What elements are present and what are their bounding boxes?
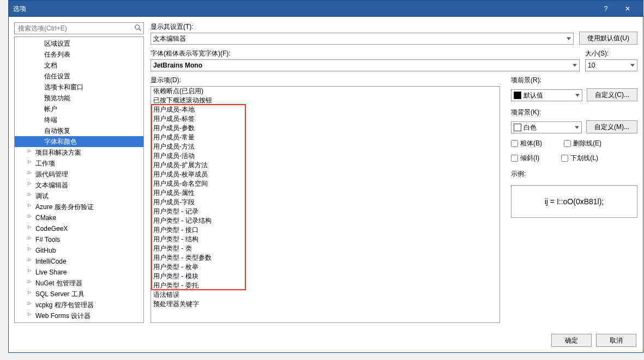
tree-item[interactable]: CMake [15,212,143,223]
tree-item[interactable]: 工作项 [15,158,143,169]
underline-check-label[interactable]: 下划线(L) [561,154,598,163]
expander-icon[interactable] [28,236,34,243]
font-select[interactable]: JetBrains Mono [151,59,580,71]
expander-icon[interactable] [28,280,34,286]
list-item[interactable]: 用户成员-属性 [151,188,499,198]
category-tree[interactable]: 区域设置任务列表文档信任设置选项卡和窗口预览功能帐户终端自动恢复字体和颜色项目和… [14,36,144,323]
tree-item-label: 帐户 [44,105,57,114]
tree-item[interactable]: 终端 [15,114,143,125]
strike-check-label[interactable]: 删除线(E) [564,139,601,148]
strike-checkbox[interactable] [564,140,571,147]
display-items-column: 显示项(D): 依赖断点(已启用)已按下概述滚动按钮用户成员-本地用户成员-标签… [151,76,500,323]
tree-item[interactable]: 信任设置 [15,71,143,82]
list-item[interactable]: 用户成员-标签 [151,114,499,124]
list-item[interactable]: 用户成员-扩展方法 [151,161,499,170]
list-item[interactable]: 已按下概述滚动按钮 [151,96,499,105]
use-defaults-button[interactable]: 使用默认值(U) [579,32,637,45]
close-icon: ✕ [625,5,630,13]
display-items-list[interactable]: 依赖断点(已启用)已按下概述滚动按钮用户成员-本地用户成员-标签用户成员-参数用… [151,86,500,323]
tree-item[interactable]: 任务列表 [15,49,143,60]
background-custom-button[interactable]: 自定义(M)... [586,120,637,133]
list-item[interactable]: 用户成员-常量 [151,133,499,142]
list-item[interactable]: 用户成员-枚举成员 [151,170,499,179]
list-item[interactable]: 用户类型 - 模块 [151,272,499,281]
list-item[interactable]: 用户成员-字段 [151,198,499,207]
list-item[interactable]: 用户类型 - 类 [151,244,499,253]
ok-button[interactable]: 确定 [551,334,592,347]
expander-spacer [37,51,43,58]
tree-item[interactable]: 源代码管理 [15,169,143,180]
expander-icon[interactable] [28,291,34,297]
search-input[interactable] [14,22,144,34]
list-item[interactable]: 用户成员-方法 [151,142,499,151]
expander-spacer [37,95,43,101]
expander-icon[interactable] [28,313,34,319]
sample-label: 示例: [511,169,637,179]
list-item[interactable]: 依赖断点(已启用) [151,87,499,96]
tree-item[interactable]: Live Share [15,267,143,278]
show-settings-select[interactable]: 文本编辑器 [151,33,574,45]
expander-icon[interactable] [28,171,34,178]
foreground-combo[interactable]: 默认值 [511,89,582,101]
tree-item[interactable]: CodeGeeX [15,223,143,234]
bold-checkbox[interactable] [511,140,518,147]
tree-item[interactable]: 文本编辑器 [15,180,143,191]
tree-item-label: F# Tools [35,236,60,243]
tree-item[interactable]: 选项卡和窗口 [15,82,143,93]
list-item[interactable]: 用户成员-活动 [151,151,499,161]
background-combo[interactable]: 白色 [511,121,582,133]
cancel-button[interactable]: 取消 [596,334,636,347]
list-item[interactable]: 预处理器关键字 [151,300,499,309]
expander-icon[interactable] [28,215,34,221]
bold-check-label[interactable]: 粗体(B) [511,139,542,148]
list-item[interactable]: 用户类型 - 记录 [151,207,499,216]
expander-icon[interactable] [28,182,34,188]
tree-item[interactable]: Azure 服务身份验证 [15,202,143,212]
underline-checkbox[interactable] [561,155,568,162]
list-item[interactable]: 用户类型 - 结构 [151,235,499,244]
size-combo[interactable]: 10 [585,59,637,71]
tree-item[interactable]: SQL Server 工具 [15,289,143,300]
expander-icon[interactable] [28,258,34,265]
close-button[interactable]: ✕ [617,1,639,17]
dialog-footer: 确定 取消 [9,328,643,352]
tree-item[interactable]: 预览功能 [15,93,143,103]
tree-item[interactable]: 文档 [15,60,143,71]
tree-item[interactable]: NuGet 包管理器 [15,278,143,289]
list-item[interactable]: 用户类型 - 记录结构 [151,216,499,225]
list-item[interactable]: 用户成员-参数 [151,124,499,133]
tree-item[interactable]: 帐户 [15,103,143,114]
expander-icon[interactable] [28,204,34,210]
expander-icon[interactable] [28,247,34,254]
help-button[interactable]: ? [595,1,617,17]
tree-item[interactable]: 自动恢复 [15,125,143,136]
tree-item[interactable]: IntelliCode [15,256,143,267]
tree-item[interactable]: F# Tools [15,234,143,245]
list-item[interactable]: 用户成员-命名空间 [151,179,499,188]
list-item[interactable]: 用户成员-本地 [151,105,499,114]
expander-icon[interactable] [28,160,34,167]
foreground-custom-button[interactable]: 自定义(C)... [587,88,637,101]
list-item[interactable]: 语法错误 [151,290,499,300]
tree-item[interactable]: 区域设置 [15,38,143,49]
tree-item[interactable]: 项目和解决方案 [15,147,143,158]
tree-item[interactable]: Web Forms 设计器 [15,310,143,321]
expander-icon[interactable] [28,225,34,232]
expander-icon[interactable] [28,269,34,276]
tree-item[interactable]: 调试 [15,191,143,202]
tree-item[interactable]: 字体和颜色 [15,136,143,147]
tree-item[interactable]: vcpkg 程序包管理器 [15,300,143,310]
list-item[interactable]: 用户类型 - 类型参数 [151,253,499,263]
expander-icon[interactable] [28,302,34,308]
chevron-down-icon [630,64,635,67]
list-item[interactable]: 用户类型 - 接口 [151,225,499,235]
italic-checkbox[interactable] [511,155,518,162]
list-item[interactable]: 用户类型 - 委托 [151,281,499,290]
show-settings-row: 显示其设置(T): 文本编辑器 使用默认值(U) [151,22,637,45]
tree-item[interactable]: GitHub [15,245,143,256]
dialog-title: 选项 [13,4,595,14]
expander-icon[interactable] [28,149,34,156]
list-item[interactable]: 用户类型 - 枚举 [151,263,499,272]
expander-icon[interactable] [28,193,34,199]
italic-check-label[interactable]: 倾斜(I) [511,154,539,163]
